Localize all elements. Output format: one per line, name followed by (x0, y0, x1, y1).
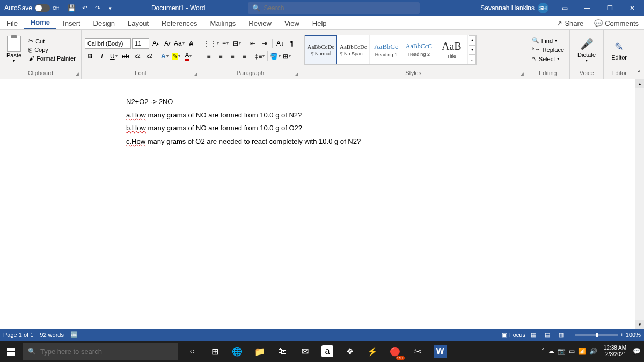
task-view-icon[interactable]: ⊞ (204, 341, 225, 362)
paragraph-launcher[interactable]: ◢ (295, 71, 298, 77)
edge-icon[interactable]: 🌐 (226, 341, 248, 362)
dropbox-icon[interactable]: ❖ (339, 341, 361, 362)
decrease-indent-button[interactable]: ⇤ (247, 38, 258, 49)
tray-chevron-icon[interactable]: ˄ (541, 348, 545, 355)
spell-check-icon[interactable]: 🔤 (70, 331, 78, 338)
vertical-scrollbar[interactable]: ▴ ▾ (635, 79, 644, 329)
document-area[interactable]: N2+O2 -> 2NOa.How many grams of NO are f… (0, 79, 644, 329)
align-center-button[interactable]: ≡ (215, 51, 226, 62)
snip-icon[interactable]: ✂ (407, 341, 428, 362)
share-button[interactable]: ↗Share (551, 17, 589, 29)
underline-button[interactable]: U (108, 51, 119, 62)
style-heading1[interactable]: AaBbCcHeading 1 (370, 35, 402, 64)
document-line[interactable]: c.How many grams of O2 are needed to rea… (126, 135, 518, 149)
text-effects-button[interactable]: A (159, 51, 170, 62)
numbering-button[interactable]: ≡ (220, 38, 231, 49)
font-color-button[interactable]: A (183, 51, 194, 62)
styles-launcher[interactable]: ◢ (520, 71, 524, 77)
taskbar-search[interactable]: 🔍 (23, 343, 178, 360)
style-normal[interactable]: AaBbCcDc¶ Normal (305, 35, 337, 64)
web-layout-button[interactable]: ▥ (555, 330, 567, 339)
superscript-button[interactable]: x2 (144, 51, 155, 62)
font-name-input[interactable] (85, 38, 131, 49)
focus-mode[interactable]: Focus (509, 331, 525, 338)
select-button[interactable]: ↖Select▾ (530, 55, 566, 63)
qat-customize[interactable]: ▾ (105, 2, 116, 14)
tab-insert[interactable]: Insert (56, 17, 87, 29)
word-count[interactable]: 92 words (40, 331, 64, 338)
clear-format-button[interactable]: A̷ (186, 38, 196, 49)
paste-button[interactable]: Paste ▾ (3, 35, 25, 64)
zoom-level[interactable]: 100% (626, 331, 641, 338)
clipboard-launcher[interactable]: ◢ (75, 71, 79, 77)
word-icon[interactable]: W (434, 345, 447, 358)
battery-icon[interactable]: ▭ (569, 348, 575, 355)
undo-button[interactable]: ↶ (79, 2, 91, 14)
tab-design[interactable]: Design (87, 17, 121, 29)
maximize-button[interactable]: ❐ (599, 0, 620, 16)
zoom-slider[interactable] (575, 334, 618, 336)
shrink-font-button[interactable]: A▾ (162, 38, 173, 49)
chrome-icon[interactable]: 🔴 (384, 341, 406, 362)
user-account[interactable]: Savannah Hankins SH (476, 3, 553, 13)
store-icon[interactable]: 🛍 (272, 341, 293, 362)
print-layout-button[interactable]: ▤ (541, 330, 553, 339)
taskbar-search-input[interactable] (40, 348, 173, 356)
tab-view[interactable]: View (278, 17, 306, 29)
minimize-button[interactable]: — (576, 0, 598, 16)
strike-button[interactable]: ab (120, 51, 131, 62)
search-input[interactable] (264, 4, 415, 12)
document-line[interactable]: b.How many grams of NO are formed from 1… (126, 122, 518, 135)
grow-font-button[interactable]: A▴ (150, 38, 161, 49)
multilevel-button[interactable]: ⊟ (232, 38, 243, 49)
tab-file[interactable]: File (0, 17, 24, 29)
toggle-switch[interactable] (35, 4, 50, 12)
replace-button[interactable]: ᵇ↔Replace (530, 46, 566, 54)
style-heading2[interactable]: AaBbCcCHeading 2 (403, 35, 435, 64)
tab-home[interactable]: Home (24, 16, 56, 29)
increase-indent-button[interactable]: ⇥ (259, 38, 270, 49)
onedrive-icon[interactable]: ☁ (548, 348, 554, 355)
amazon-icon[interactable]: a (321, 345, 333, 357)
page[interactable]: N2+O2 -> 2NOa.How many grams of NO are f… (126, 79, 518, 149)
change-case-button[interactable]: Aa (174, 38, 185, 49)
dictate-button[interactable]: 🎤 Dictate ▾ (573, 35, 600, 64)
zoom-out[interactable]: − (569, 331, 573, 338)
style-no-spacing[interactable]: AaBbCcDc¶ No Spac... (338, 35, 370, 64)
line-spacing-button[interactable]: ‡≡ (254, 51, 265, 62)
app-icon[interactable]: ⚡ (362, 341, 383, 362)
zoom-in[interactable]: + (620, 331, 623, 338)
borders-button[interactable]: ⊞ (282, 51, 292, 62)
read-mode-button[interactable]: ▦ (528, 330, 539, 339)
document-line[interactable]: N2+O2 -> 2NO (126, 95, 518, 109)
style-title[interactable]: AaBTitle (436, 35, 468, 64)
document-line[interactable]: a.How many grams of NO are formed from 1… (126, 109, 518, 122)
subscript-button[interactable]: x2 (132, 51, 143, 62)
page-indicator[interactable]: Page 1 of 1 (3, 331, 33, 338)
styles-more[interactable]: ⌄ (469, 55, 476, 64)
save-button[interactable]: 💾 (66, 2, 78, 14)
collapse-ribbon[interactable]: ˄ (634, 30, 644, 79)
tab-references[interactable]: References (155, 17, 203, 29)
comments-button[interactable]: 💬Comments (589, 17, 644, 29)
justify-button[interactable]: ≡ (239, 51, 250, 62)
tab-mailings[interactable]: Mailings (204, 17, 243, 29)
start-button[interactable] (0, 341, 21, 362)
bold-button[interactable]: B (85, 51, 96, 62)
tab-review[interactable]: Review (242, 17, 278, 29)
autosave-toggle[interactable]: AutoSave Off (0, 4, 63, 12)
scroll-up[interactable]: ▴ (635, 79, 644, 88)
font-launcher[interactable]: ◢ (194, 71, 197, 77)
volume-icon[interactable]: 🔊 (589, 348, 597, 355)
scroll-down[interactable]: ▾ (635, 320, 644, 329)
styles-up[interactable]: ▴ (469, 35, 476, 45)
cortana-icon[interactable]: ○ (181, 341, 203, 362)
notifications-icon[interactable]: 💬 (633, 348, 641, 355)
clock[interactable]: 12:38 AM 2/3/2021 (601, 345, 630, 358)
bullets-button[interactable]: ⋮⋮ (203, 38, 219, 49)
meet-now-icon[interactable]: 📷 (558, 348, 566, 355)
ribbon-display-icon[interactable]: ▭ (554, 0, 575, 16)
cut-button[interactable]: ✂Cut (26, 37, 78, 45)
format-painter-button[interactable]: 🖌Format Painter (26, 55, 78, 62)
show-marks-button[interactable]: ¶ (287, 38, 297, 49)
